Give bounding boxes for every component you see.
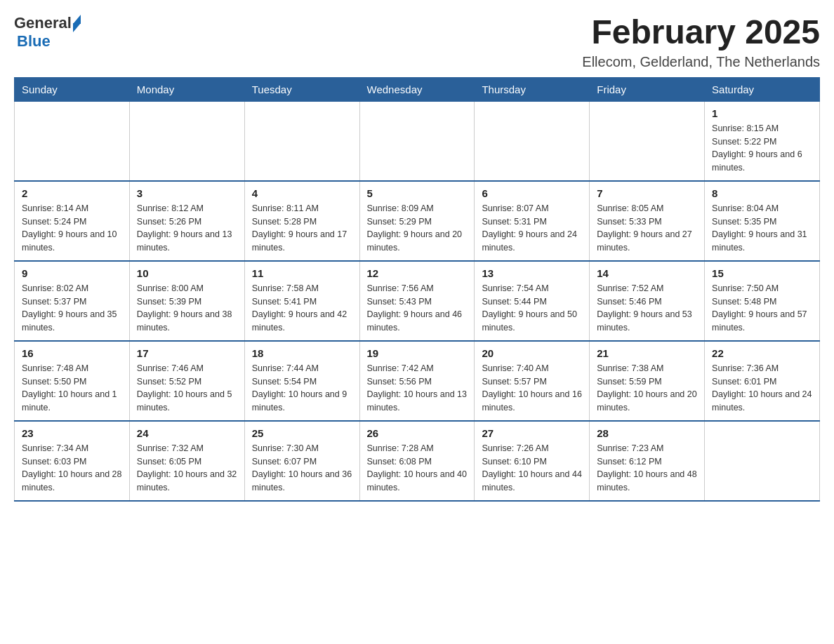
calendar-day-cell: 27Sunrise: 7:26 AMSunset: 6:10 PMDayligh… <box>475 421 590 501</box>
day-number: 28 <box>597 427 697 439</box>
day-number: 13 <box>482 267 582 279</box>
day-info: Sunrise: 7:34 AMSunset: 6:03 PMDaylight:… <box>22 442 122 495</box>
calendar-day-cell <box>244 101 359 181</box>
calendar-day-cell: 7Sunrise: 8:05 AMSunset: 5:33 PMDaylight… <box>590 181 705 261</box>
day-number: 10 <box>137 267 237 279</box>
day-number: 3 <box>137 187 237 199</box>
calendar-day-cell: 15Sunrise: 7:50 AMSunset: 5:48 PMDayligh… <box>705 261 820 341</box>
calendar-day-cell: 25Sunrise: 7:30 AMSunset: 6:07 PMDayligh… <box>244 421 359 501</box>
day-number: 6 <box>482 187 582 199</box>
day-info: Sunrise: 7:42 AMSunset: 5:56 PMDaylight:… <box>367 362 468 415</box>
calendar-day-cell <box>705 421 820 501</box>
day-number: 19 <box>367 347 468 359</box>
day-info: Sunrise: 8:11 AMSunset: 5:28 PMDaylight:… <box>252 202 352 255</box>
calendar-week-row: 23Sunrise: 7:34 AMSunset: 6:03 PMDayligh… <box>15 421 820 501</box>
day-info: Sunrise: 7:44 AMSunset: 5:54 PMDaylight:… <box>252 362 352 415</box>
day-info: Sunrise: 7:48 AMSunset: 5:50 PMDaylight:… <box>22 362 122 415</box>
calendar-day-cell: 24Sunrise: 7:32 AMSunset: 6:05 PMDayligh… <box>129 421 244 501</box>
calendar-day-cell: 13Sunrise: 7:54 AMSunset: 5:44 PMDayligh… <box>475 261 590 341</box>
calendar-day-cell: 5Sunrise: 8:09 AMSunset: 5:29 PMDaylight… <box>359 181 475 261</box>
day-info: Sunrise: 8:04 AMSunset: 5:35 PMDaylight:… <box>712 202 812 255</box>
day-info: Sunrise: 7:23 AMSunset: 6:12 PMDaylight:… <box>597 442 697 495</box>
day-info: Sunrise: 7:40 AMSunset: 5:57 PMDaylight:… <box>482 362 582 415</box>
calendar-day-cell: 10Sunrise: 8:00 AMSunset: 5:39 PMDayligh… <box>129 261 244 341</box>
calendar-header-saturday: Saturday <box>705 77 820 101</box>
logo-general: General <box>14 14 72 32</box>
day-info: Sunrise: 7:58 AMSunset: 5:41 PMDaylight:… <box>252 282 352 335</box>
calendar-day-cell: 16Sunrise: 7:48 AMSunset: 5:50 PMDayligh… <box>15 341 130 421</box>
day-number: 21 <box>597 347 697 359</box>
day-info: Sunrise: 8:02 AMSunset: 5:37 PMDaylight:… <box>22 282 122 335</box>
calendar-day-cell: 12Sunrise: 7:56 AMSunset: 5:43 PMDayligh… <box>359 261 475 341</box>
logo-blue: Blue <box>17 32 51 51</box>
calendar-day-cell: 22Sunrise: 7:36 AMSunset: 6:01 PMDayligh… <box>705 341 820 421</box>
calendar-day-cell: 4Sunrise: 8:11 AMSunset: 5:28 PMDaylight… <box>244 181 359 261</box>
day-number: 1 <box>712 107 812 119</box>
day-info: Sunrise: 8:05 AMSunset: 5:33 PMDaylight:… <box>597 202 697 255</box>
title-section: February 2025 Ellecom, Gelderland, The N… <box>582 14 820 70</box>
day-number: 7 <box>597 187 697 199</box>
day-number: 15 <box>712 267 812 279</box>
calendar-table: SundayMondayTuesdayWednesdayThursdayFrid… <box>14 77 820 502</box>
calendar-day-cell: 2Sunrise: 8:14 AMSunset: 5:24 PMDaylight… <box>15 181 130 261</box>
day-number: 4 <box>252 187 352 199</box>
page-header: General Blue February 2025 Ellecom, Geld… <box>14 14 820 70</box>
day-number: 22 <box>712 347 812 359</box>
location-title: Ellecom, Gelderland, The Netherlands <box>582 54 820 70</box>
calendar-day-cell: 20Sunrise: 7:40 AMSunset: 5:57 PMDayligh… <box>475 341 590 421</box>
day-number: 5 <box>367 187 468 199</box>
day-number: 8 <box>712 187 812 199</box>
calendar-day-cell: 26Sunrise: 7:28 AMSunset: 6:08 PMDayligh… <box>359 421 475 501</box>
month-title: February 2025 <box>582 14 820 51</box>
day-info: Sunrise: 8:12 AMSunset: 5:26 PMDaylight:… <box>137 202 237 255</box>
calendar-day-cell: 21Sunrise: 7:38 AMSunset: 5:59 PMDayligh… <box>590 341 705 421</box>
day-info: Sunrise: 7:52 AMSunset: 5:46 PMDaylight:… <box>597 282 697 335</box>
day-number: 9 <box>22 267 122 279</box>
day-number: 12 <box>367 267 468 279</box>
calendar-day-cell: 8Sunrise: 8:04 AMSunset: 5:35 PMDaylight… <box>705 181 820 261</box>
day-info: Sunrise: 8:07 AMSunset: 5:31 PMDaylight:… <box>482 202 582 255</box>
day-info: Sunrise: 7:56 AMSunset: 5:43 PMDaylight:… <box>367 282 468 335</box>
calendar-header-wednesday: Wednesday <box>359 77 475 101</box>
day-number: 23 <box>22 427 122 439</box>
calendar-day-cell: 11Sunrise: 7:58 AMSunset: 5:41 PMDayligh… <box>244 261 359 341</box>
calendar-day-cell: 9Sunrise: 8:02 AMSunset: 5:37 PMDaylight… <box>15 261 130 341</box>
day-info: Sunrise: 8:09 AMSunset: 5:29 PMDaylight:… <box>367 202 468 255</box>
calendar-day-cell <box>475 101 590 181</box>
calendar-week-row: 9Sunrise: 8:02 AMSunset: 5:37 PMDaylight… <box>15 261 820 341</box>
calendar-day-cell <box>15 101 130 181</box>
day-number: 27 <box>482 427 582 439</box>
day-info: Sunrise: 7:38 AMSunset: 5:59 PMDaylight:… <box>597 362 697 415</box>
calendar-day-cell: 3Sunrise: 8:12 AMSunset: 5:26 PMDaylight… <box>129 181 244 261</box>
calendar-header-friday: Friday <box>590 77 705 101</box>
day-info: Sunrise: 7:30 AMSunset: 6:07 PMDaylight:… <box>252 442 352 495</box>
day-info: Sunrise: 7:46 AMSunset: 5:52 PMDaylight:… <box>137 362 237 415</box>
calendar-day-cell: 19Sunrise: 7:42 AMSunset: 5:56 PMDayligh… <box>359 341 475 421</box>
day-info: Sunrise: 7:36 AMSunset: 6:01 PMDaylight:… <box>712 362 812 415</box>
logo: General Blue <box>14 14 81 51</box>
day-info: Sunrise: 8:00 AMSunset: 5:39 PMDaylight:… <box>137 282 237 335</box>
calendar-week-row: 1Sunrise: 8:15 AMSunset: 5:22 PMDaylight… <box>15 101 820 181</box>
calendar-week-row: 2Sunrise: 8:14 AMSunset: 5:24 PMDaylight… <box>15 181 820 261</box>
calendar-header-sunday: Sunday <box>15 77 130 101</box>
day-info: Sunrise: 7:32 AMSunset: 6:05 PMDaylight:… <box>137 442 237 495</box>
calendar-day-cell: 18Sunrise: 7:44 AMSunset: 5:54 PMDayligh… <box>244 341 359 421</box>
day-number: 16 <box>22 347 122 359</box>
calendar-header-monday: Monday <box>129 77 244 101</box>
calendar-day-cell <box>129 101 244 181</box>
day-number: 20 <box>482 347 582 359</box>
calendar-day-cell <box>590 101 705 181</box>
calendar-day-cell: 14Sunrise: 7:52 AMSunset: 5:46 PMDayligh… <box>590 261 705 341</box>
day-info: Sunrise: 8:14 AMSunset: 5:24 PMDaylight:… <box>22 202 122 255</box>
day-number: 17 <box>137 347 237 359</box>
day-number: 18 <box>252 347 352 359</box>
calendar-header-thursday: Thursday <box>475 77 590 101</box>
calendar-day-cell <box>359 101 475 181</box>
calendar-day-cell: 6Sunrise: 8:07 AMSunset: 5:31 PMDaylight… <box>475 181 590 261</box>
day-number: 14 <box>597 267 697 279</box>
day-info: Sunrise: 7:26 AMSunset: 6:10 PMDaylight:… <box>482 442 582 495</box>
day-info: Sunrise: 8:15 AMSunset: 5:22 PMDaylight:… <box>712 122 812 175</box>
calendar-week-row: 16Sunrise: 7:48 AMSunset: 5:50 PMDayligh… <box>15 341 820 421</box>
calendar-day-cell: 23Sunrise: 7:34 AMSunset: 6:03 PMDayligh… <box>15 421 130 501</box>
day-number: 26 <box>367 427 468 439</box>
